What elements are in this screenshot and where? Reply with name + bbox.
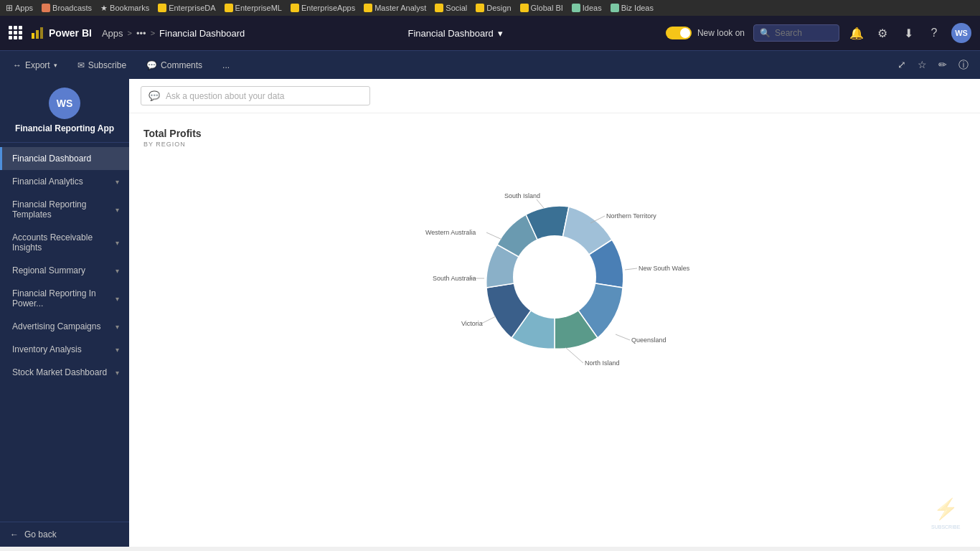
comments-button[interactable]: 💬 Comments (142, 57, 207, 73)
chevron-down-icon: ▾ (498, 28, 503, 39)
svg-rect-2 (40, 27, 43, 39)
donut-chart-svg: Northern Territory South Island New Sout… (375, 162, 734, 392)
svg-line-5 (537, 199, 544, 208)
bookmark-icon[interactable]: ☆ (915, 56, 930, 75)
nav-right: New look on 🔍 🔔 ⚙ ⬇ ? WS (666, 23, 971, 43)
label-victoria: Victoria (461, 320, 483, 327)
sidebar-nav: Financial Dashboard Financial Analytics … (0, 143, 129, 522)
chevron-icon: ▾ (116, 323, 119, 331)
new-look-toggle: New look on (666, 27, 745, 39)
label-queensland: Queensland (631, 336, 666, 344)
info-icon[interactable]: ⓘ (956, 56, 971, 75)
search-icon: 🔍 (760, 28, 771, 38)
label-new-south-wales: New South Wales (639, 265, 690, 272)
bookmark-design[interactable]: Design (476, 4, 511, 12)
export-chevron-icon: ▾ (54, 62, 57, 69)
go-back-button[interactable]: ← Go back (10, 529, 119, 540)
sidebar-item-stock-market[interactable]: Stock Market Dashboard ▾ (0, 361, 129, 384)
sidebar-item-inventory-analysis[interactable]: Inventory Analysis ▾ (0, 338, 129, 361)
bookmark-enterprisedna[interactable]: EnterpriseDA (158, 4, 215, 12)
fullscreen-icon[interactable]: ⤢ (895, 56, 909, 75)
export-button[interactable]: ↔ Export ▾ (9, 57, 62, 73)
settings-icon[interactable]: ⚙ (874, 24, 891, 42)
label-south-australia: South Australia (433, 275, 476, 282)
grid-menu-icon[interactable] (9, 26, 23, 40)
breadcrumb-sep1: > (128, 29, 132, 37)
search-box[interactable]: 🔍 (753, 24, 839, 42)
sidebar-avatar: WS (49, 88, 80, 119)
new-look-label: New look on (697, 28, 745, 38)
subscribe-icon: ✉ (77, 60, 85, 70)
chevron-icon: ▾ (116, 239, 119, 247)
sidebar-item-accounts-receivable[interactable]: Accounts Receivable Insights ▾ (0, 226, 129, 259)
qa-placeholder-text: Ask a question about your data (166, 91, 284, 101)
sidebar: WS Financial Reporting App Financial Das… (0, 79, 129, 547)
edit-icon[interactable]: ✏ (936, 56, 950, 75)
bookmark-enterpriseml[interactable]: EnterpriseML (225, 4, 282, 12)
svg-text:SUBSCRIBE: SUBSCRIBE (931, 524, 961, 529)
bookmark-apps[interactable]: ⊞ Apps (6, 3, 33, 13)
sidebar-item-financial-reporting-power[interactable]: Financial Reporting In Power... ▾ (0, 282, 129, 315)
powerbi-logo-icon (30, 26, 44, 40)
watermark: ⚡ SUBSCRIBE (930, 494, 966, 532)
bookmarks-bar: ⊞ Apps Broadcasts ★ Bookmarks Enterprise… (0, 0, 980, 16)
breadcrumb-dots[interactable]: ••• (136, 28, 146, 39)
chevron-icon: ▾ (116, 206, 119, 214)
sidebar-footer: ← Go back (0, 522, 129, 547)
svg-rect-0 (32, 33, 34, 39)
chevron-icon: ▾ (116, 369, 119, 377)
action-right-icons: ⤢ ☆ ✏ ⓘ (895, 56, 971, 75)
bookmark-bizideas[interactable]: Biz Ideas (611, 4, 654, 12)
svg-line-7 (616, 334, 630, 340)
nav-center: Financial Dashboard ▾ (252, 28, 659, 39)
download-icon[interactable]: ⬇ (900, 24, 917, 42)
user-avatar[interactable]: WS (951, 23, 971, 43)
more-button[interactable]: ... (218, 57, 234, 73)
bookmark-social[interactable]: Social (435, 4, 467, 12)
label-north-island: North Island (585, 359, 620, 367)
sidebar-item-financial-dashboard[interactable]: Financial Dashboard (0, 147, 129, 170)
sidebar-app-name: Financial Reporting App (15, 123, 114, 133)
label-south-island: South Island (504, 192, 540, 199)
content-area: 💬 Ask a question about your data Total P… (129, 79, 980, 547)
bookmark-broadcasts[interactable]: Broadcasts (42, 4, 92, 12)
qa-input[interactable]: 💬 Ask a question about your data (141, 86, 370, 105)
bookmark-master-analyst[interactable]: Master Analyst (364, 4, 426, 12)
bookmark-enterpriseapps[interactable]: EnterpriseApps (291, 4, 355, 12)
go-back-arrow-icon: ← (10, 529, 19, 540)
svg-text:⚡: ⚡ (933, 497, 958, 521)
bookmark-globalbi[interactable]: Global BI (520, 4, 563, 12)
notification-icon[interactable]: 🔔 (848, 24, 865, 42)
dashboard-title-nav[interactable]: Financial Dashboard ▾ (408, 28, 503, 39)
breadcrumb: Apps > ••• > Financial Dashboard (102, 28, 245, 39)
label-western-australia: Western Australia (425, 229, 476, 236)
breadcrumb-current: Financial Dashboard (159, 28, 245, 39)
action-bar: ↔ Export ▾ ✉ Subscribe 💬 Comments ... ⤢ … (0, 50, 980, 79)
chevron-icon: ▾ (116, 178, 119, 186)
main-layout: WS Financial Reporting App Financial Das… (0, 79, 980, 547)
svg-point-3 (513, 235, 596, 319)
chevron-icon: ▾ (116, 346, 119, 354)
sidebar-item-financial-analytics[interactable]: Financial Analytics ▾ (0, 170, 129, 193)
help-icon[interactable]: ? (925, 24, 943, 42)
svg-line-11 (486, 232, 502, 240)
bookmark-ideas[interactable]: Ideas (572, 4, 602, 12)
label-northern-territory: Northern Territory (606, 212, 656, 220)
svg-line-8 (565, 347, 583, 363)
chevron-icon: ▾ (116, 267, 119, 275)
breadcrumb-apps[interactable]: Apps (102, 28, 123, 39)
subscribe-button[interactable]: ✉ Subscribe (73, 57, 131, 73)
export-icon: ↔ (13, 60, 22, 70)
qa-icon: 💬 (149, 90, 160, 101)
chevron-icon: ▾ (116, 295, 119, 303)
sidebar-item-advertising-campaigns[interactable]: Advertising Campaigns ▾ (0, 315, 129, 338)
search-input[interactable] (775, 28, 832, 38)
new-look-switch[interactable] (666, 27, 692, 39)
donut-chart: Northern Territory South Island New Sout… (375, 162, 734, 392)
sidebar-item-financial-reporting-templates[interactable]: Financial Reporting Templates ▾ (0, 193, 129, 226)
chart-title: Total Profits (143, 128, 966, 139)
chart-area: Total Profits BY REGION (129, 113, 980, 547)
sidebar-item-regional-summary[interactable]: Regional Summary ▾ (0, 259, 129, 282)
bookmark-bookmarks[interactable]: ★ Bookmarks (100, 4, 149, 13)
sidebar-header: WS Financial Reporting App (0, 79, 129, 143)
